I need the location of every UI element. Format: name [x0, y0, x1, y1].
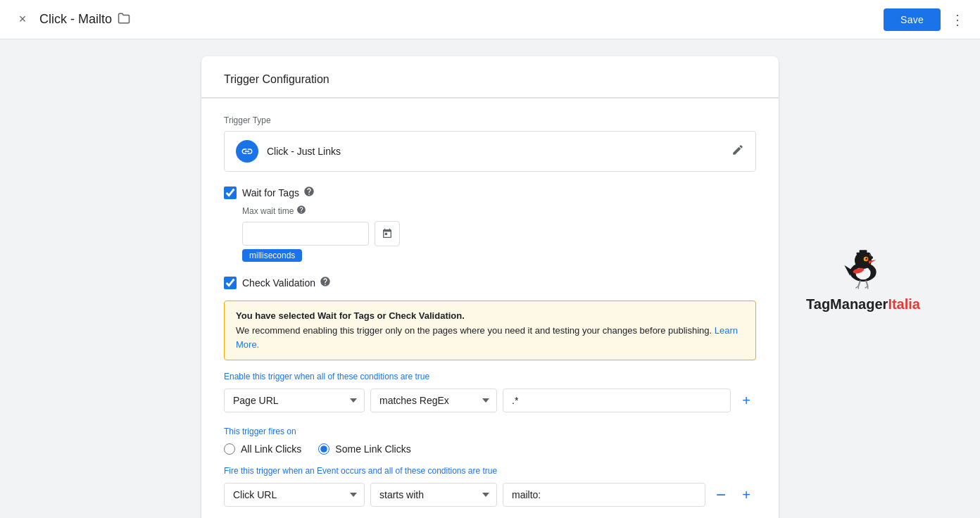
some-link-clicks-label: Some Link Clicks: [335, 443, 410, 455]
check-validation-help-icon[interactable]: [320, 276, 331, 289]
condition2-operator-select[interactable]: starts with: [370, 483, 497, 507]
enable-condition-row: Page URL matches RegEx .* +: [224, 388, 756, 412]
fire-condition-label: Fire this trigger when an Event occurs a…: [224, 466, 756, 476]
wait-for-tags-row: Wait for Tags: [224, 186, 756, 199]
fires-on-label: This trigger fires on: [224, 427, 756, 436]
topbar-actions: Save ⋮: [884, 8, 969, 31]
svg-line-14: [866, 281, 868, 286]
main-content: Trigger Configuration Trigger Type Click…: [0, 39, 980, 518]
logo-container: TagManagerItalia: [793, 239, 934, 312]
more-menu-button[interactable]: ⋮: [946, 8, 969, 31]
logo-text: TagManagerItalia: [806, 296, 920, 312]
calendar-button[interactable]: [375, 221, 400, 246]
condition2-value-input[interactable]: mailto:: [503, 483, 705, 507]
all-link-clicks-radio[interactable]: [224, 443, 235, 455]
folder-icon[interactable]: [118, 12, 130, 27]
svg-line-13: [858, 281, 860, 286]
all-link-clicks-label: All Link Clicks: [241, 443, 301, 455]
condition1-operator-select[interactable]: matches RegEx: [370, 388, 497, 412]
logo-tagmanager: TagManager: [806, 296, 888, 312]
wait-for-tags-help-icon[interactable]: [303, 186, 315, 199]
condition1-value-input[interactable]: .*: [503, 388, 731, 412]
max-wait-label: Max wait time: [242, 205, 756, 217]
topbar: × Click - Mailto Save ⋮: [0, 0, 980, 39]
all-link-clicks-option[interactable]: All Link Clicks: [224, 443, 301, 455]
svg-marker-11: [844, 265, 851, 276]
wait-for-tags-checkbox[interactable]: [224, 187, 237, 199]
wait-for-tags-label[interactable]: Wait for Tags: [242, 186, 315, 199]
max-wait-input-row: 2000: [242, 221, 756, 246]
svg-point-6: [870, 256, 873, 259]
trigger-type-name: Click - Just Links: [267, 146, 731, 157]
svg-rect-4: [860, 250, 867, 253]
logo-bird-svg: [835, 239, 891, 296]
fire-condition-row: Click URL starts with mailto: − +: [224, 483, 756, 507]
check-validation-label[interactable]: Check Validation: [242, 276, 331, 289]
close-button[interactable]: ×: [11, 8, 34, 31]
check-validation-checkbox[interactable]: [224, 277, 237, 289]
max-wait-help-icon[interactable]: [296, 205, 306, 217]
warning-bold: You have selected Wait for Tags or Check…: [236, 310, 465, 321]
title-text: Click - Mailto: [39, 12, 112, 27]
trigger-type-label: Trigger Type: [224, 115, 756, 125]
unit-badge: milliseconds: [242, 249, 302, 262]
panel-body: Trigger Type Click - Just Links: [201, 99, 779, 518]
max-wait-input[interactable]: 2000: [242, 222, 369, 246]
trigger-type-icon: [236, 140, 258, 163]
logo-area: TagManagerItalia: [793, 239, 934, 312]
condition2-field-select[interactable]: Click URL: [224, 483, 365, 507]
max-wait-section: Max wait time 2000 millisecon: [242, 205, 756, 262]
trigger-type-selector[interactable]: Click - Just Links: [224, 131, 756, 172]
warning-text: We recommend enabling this trigger only …: [236, 324, 744, 351]
some-link-clicks-radio[interactable]: [318, 443, 329, 455]
add-condition2-button[interactable]: +: [736, 485, 756, 505]
enable-condition-label: Enable this trigger when all of these co…: [224, 372, 756, 381]
remove-condition2-button[interactable]: −: [711, 485, 731, 505]
topbar-title: Click - Mailto: [39, 12, 884, 27]
config-panel: Trigger Configuration Trigger Type Click…: [201, 56, 779, 518]
save-button[interactable]: Save: [884, 8, 941, 31]
some-link-clicks-option[interactable]: Some Link Clicks: [318, 443, 410, 455]
logo-italia: Italia: [888, 296, 920, 312]
check-validation-row: Check Validation: [224, 276, 756, 289]
add-condition1-button[interactable]: +: [736, 391, 756, 410]
condition1-field-select[interactable]: Page URL: [224, 388, 365, 412]
panel-header: Trigger Configuration: [201, 56, 779, 98]
edit-trigger-type-icon[interactable]: [731, 144, 744, 159]
warning-box: You have selected Wait for Tags or Check…: [224, 301, 756, 360]
svg-point-10: [866, 258, 867, 259]
fires-on-radio-row: All Link Clicks Some Link Clicks: [224, 443, 756, 455]
